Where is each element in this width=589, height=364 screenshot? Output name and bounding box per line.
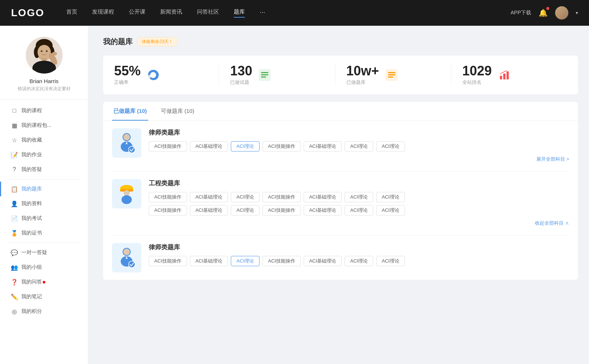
sidebar-item-question-bank[interactable]: 📋 我的题库 — [0, 182, 88, 196]
bank-tag[interactable]: ACI技能操作 — [149, 256, 187, 266]
bank-expand-lawyer-1[interactable]: 展开全部科目 > — [149, 154, 569, 164]
tab-done-banks[interactable]: 已做题库 (10) — [112, 102, 148, 121]
points-icon: ◎ — [11, 308, 18, 315]
stat-accuracy-value-wrap: 55% 正确率 — [114, 64, 141, 86]
sidebar-item-certificates[interactable]: 🏅 我的证书 — [0, 226, 88, 240]
bank-tag-selected[interactable]: ACI理论 — [231, 141, 260, 151]
stat-banks-label: 已做题库 — [346, 79, 379, 86]
stat-done-questions-wrap: 130 已做试题 — [230, 64, 252, 86]
list-green-svg — [259, 69, 271, 81]
bank-expand-engineer[interactable]: 收起全部科目 ∧ — [149, 218, 569, 228]
stat-done-value: 130 — [230, 64, 252, 78]
bank-tag[interactable]: ACI理论 — [231, 192, 260, 202]
stat-done-banks: 10w+ 已做题库 — [335, 64, 451, 86]
bank-tag[interactable]: ACI技能操作 — [149, 205, 187, 215]
bank-tag[interactable]: ACI基础理论 — [304, 205, 342, 215]
bank-tag[interactable]: ACI理论 — [231, 205, 260, 215]
bank-tag-selected[interactable]: ACI理论 — [231, 256, 260, 266]
page-title: 我的题库 — [103, 37, 133, 47]
page-wrapper: Brian Harris 错误的决定比没有决定要好 □ 我的课程 ▦ 我的课程包… — [0, 26, 589, 364]
stat-done-banks-wrap: 10w+ 已做题库 — [346, 64, 379, 86]
list-orange-svg — [386, 69, 398, 81]
bank-tag[interactable]: ACI理论 — [345, 141, 373, 151]
bank-tag[interactable]: ACI理论 — [345, 205, 373, 215]
bank-body-lawyer-1: 律师类题库 ACI技能操作 ACI基础理论 ACI理论 ACI技能操作 ACI基… — [149, 128, 569, 164]
bank-tag[interactable]: ACI基础理论 — [304, 141, 342, 151]
bank-tag[interactable]: ACI理论 — [345, 256, 373, 266]
nav-home[interactable]: 首页 — [66, 8, 77, 18]
qa-badge — [43, 281, 45, 283]
bell-icon: 🔔 — [539, 9, 548, 17]
bank-tags-lawyer-1: ACI技能操作 ACI基础理论 ACI理论 ACI技能操作 ACI基础理论 AC… — [149, 141, 569, 151]
top-nav: LOGO 首页 发现课程 公开课 新闻资讯 问答社区 题库 ··· APP下载 … — [0, 0, 589, 26]
svg-rect-22 — [388, 76, 393, 78]
question-bank-icon: 📋 — [11, 186, 18, 192]
list-green-icon — [258, 68, 271, 82]
bank-tag[interactable]: ACI技能操作 — [149, 192, 187, 202]
bank-tag[interactable]: ACI理论 — [376, 256, 405, 266]
bank-tag[interactable]: ACI技能操作 — [262, 141, 301, 151]
bank-tag[interactable]: ACI基础理论 — [304, 256, 342, 266]
bank-tag[interactable]: ACI基础理论 — [304, 192, 342, 202]
nav-discover[interactable]: 发现课程 — [92, 8, 114, 18]
bank-tag[interactable]: ACI基础理论 — [190, 205, 228, 215]
nav-app-download[interactable]: APP下载 — [511, 10, 531, 16]
bank-icon-lawyer-2 — [112, 243, 141, 272]
stat-banks-value: 10w+ — [346, 64, 379, 78]
sidebar-item-tutoring[interactable]: 💬 一对一答疑 — [0, 245, 88, 260]
content-card: 已做题库 (10) 可做题库 (10) — [103, 102, 578, 280]
sidebar-item-profile[interactable]: 👤 我的资料 — [0, 196, 88, 211]
svg-point-34 — [121, 195, 132, 204]
bank-tag[interactable]: ACI理论 — [376, 141, 405, 151]
nav-open[interactable]: 公开课 — [129, 8, 145, 18]
list-orange-icon — [385, 68, 398, 82]
sidebar-item-groups[interactable]: 👥 我的小组 — [0, 260, 88, 275]
nav-dropdown-arrow[interactable]: ▾ — [576, 10, 578, 15]
stat-accuracy: 55% 正确率 — [114, 64, 219, 86]
sidebar-item-course-packages[interactable]: ▦ 我的课程包... — [0, 118, 88, 133]
bank-tag[interactable]: ACI技能操作 — [262, 205, 301, 215]
nav-news[interactable]: 新闻资讯 — [160, 8, 182, 18]
bank-tag[interactable]: ACI基础理论 — [190, 256, 228, 266]
exams-icon: 📄 — [11, 215, 18, 222]
stat-accuracy-label: 正确率 — [114, 79, 141, 86]
svg-rect-18 — [261, 76, 266, 78]
bank-tag[interactable]: ACI基础理论 — [190, 192, 228, 202]
bank-list: 律师类题库 ACI技能操作 ACI基础理论 ACI理论 ACI技能操作 ACI基… — [103, 121, 578, 280]
sidebar-item-favorites[interactable]: ☆ 我的收藏 — [0, 133, 88, 147]
bank-tags-lawyer-2: ACI技能操作 ACI基础理论 ACI理论 ACI技能操作 ACI基础理论 AC… — [149, 256, 569, 266]
notes-icon: ✏️ — [11, 293, 18, 300]
svg-point-7 — [40, 50, 42, 52]
engineer-icon-svg — [116, 183, 137, 205]
bank-tag[interactable]: ACI理论 — [345, 192, 373, 202]
bank-tag[interactable]: ACI理论 — [376, 192, 405, 202]
bank-tag[interactable]: ACI技能操作 — [262, 192, 301, 202]
stat-ranking-wrap: 1029 全站排名 — [462, 64, 492, 86]
sidebar-item-exams[interactable]: 📄 我的考试 — [0, 211, 88, 226]
stat-ranking-label: 全站排名 — [462, 79, 492, 86]
favorites-icon: ☆ — [11, 137, 18, 143]
sidebar-profile: Brian Harris 错误的决定比没有决定要好 — [0, 37, 88, 100]
bank-tags-engineer-row1: ACI技能操作 ACI基础理论 ACI理论 ACI技能操作 ACI基础理论 AC… — [149, 192, 569, 202]
nav-avatar[interactable] — [555, 6, 568, 19]
sidebar-item-notes[interactable]: ✏️ 我的笔记 — [0, 289, 88, 304]
sidebar-item-points[interactable]: ◎ 我的积分 — [0, 304, 88, 319]
nav-bank[interactable]: 题库 — [234, 8, 245, 18]
nav-qa[interactable]: 问答社区 — [197, 8, 219, 18]
sidebar-item-homework[interactable]: 📝 我的作业 — [0, 147, 88, 162]
bank-tag[interactable]: ACI技能操作 — [262, 256, 301, 266]
profile-icon: 👤 — [11, 200, 18, 207]
svg-point-33 — [124, 190, 130, 196]
bank-tag[interactable]: ACI基础理论 — [190, 141, 228, 151]
sidebar-item-courses[interactable]: □ 我的课程 — [0, 103, 88, 118]
nav-bell-button[interactable]: 🔔 — [539, 8, 548, 17]
nav-more[interactable]: ··· — [260, 8, 265, 18]
pie-chart-svg — [147, 68, 160, 82]
sidebar-item-my-qa[interactable]: ❓ 我的问答 — [0, 275, 88, 289]
bank-tag[interactable]: ACI技能操作 — [149, 141, 187, 151]
bank-tag[interactable]: ACI理论 — [376, 205, 405, 215]
sidebar-item-questions[interactable]: ? 我的答疑 — [0, 162, 88, 177]
logo: LOGO — [11, 7, 44, 19]
tab-available-banks[interactable]: 可做题库 (10) — [159, 102, 196, 121]
courses-icon: □ — [11, 107, 18, 114]
